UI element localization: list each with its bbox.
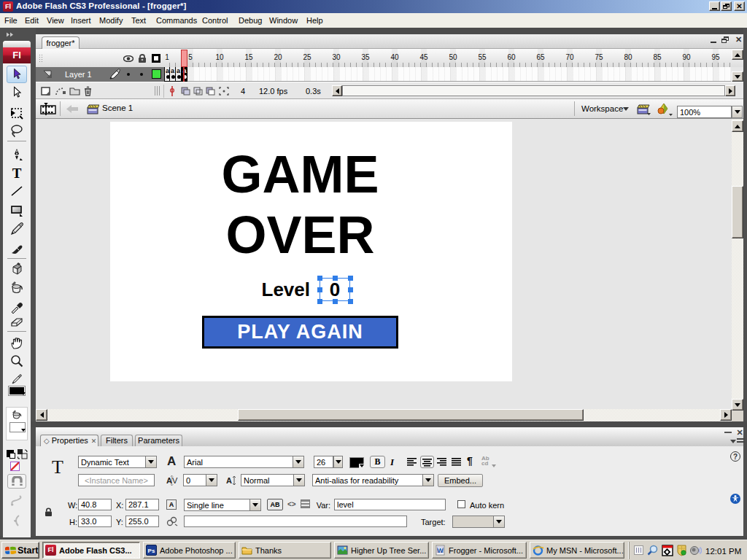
svg-text:A: A — [226, 476, 232, 485]
svg-text:V: V — [172, 476, 178, 485]
svg-text:A: A — [166, 476, 172, 485]
svg-text:W: W — [437, 547, 444, 554]
svg-text:T: T — [12, 166, 22, 181]
